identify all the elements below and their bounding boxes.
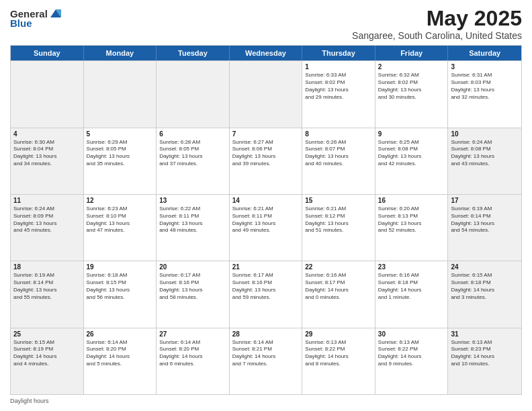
day-number: 8 xyxy=(305,130,372,138)
cell-text: Sunrise: 6:22 AM Sunset: 8:11 PM Dayligh… xyxy=(159,205,226,234)
cal-row: 11Sunrise: 6:24 AM Sunset: 8:09 PM Dayli… xyxy=(11,194,521,261)
cell-text: Sunrise: 6:19 AM Sunset: 8:14 PM Dayligh… xyxy=(451,205,519,234)
cell-text: Sunrise: 6:18 AM Sunset: 8:15 PM Dayligh… xyxy=(87,272,154,301)
cal-cell: 25Sunrise: 6:15 AM Sunset: 8:19 PM Dayli… xyxy=(11,328,84,394)
day-number: 27 xyxy=(159,330,226,338)
day-number: 10 xyxy=(451,130,519,138)
day-number: 16 xyxy=(378,197,445,204)
cell-text: Sunrise: 6:14 AM Sunset: 8:21 PM Dayligh… xyxy=(232,339,300,368)
cal-cell: 22Sunrise: 6:16 AM Sunset: 8:17 PM Dayli… xyxy=(302,261,375,327)
cell-text: Sunrise: 6:17 AM Sunset: 8:16 PM Dayligh… xyxy=(232,272,300,301)
calendar: SundayMondayTuesdayWednesdayThursdayFrid… xyxy=(10,45,522,395)
day-number: 13 xyxy=(159,197,226,204)
cell-text: Sunrise: 6:15 AM Sunset: 8:18 PM Dayligh… xyxy=(451,272,519,301)
cell-text: Sunrise: 6:25 AM Sunset: 8:08 PM Dayligh… xyxy=(378,139,445,168)
cell-text: Sunrise: 6:16 AM Sunset: 8:18 PM Dayligh… xyxy=(378,272,445,301)
cal-row: 25Sunrise: 6:15 AM Sunset: 8:19 PM Dayli… xyxy=(11,328,521,394)
day-number: 21 xyxy=(232,263,300,271)
day-number: 6 xyxy=(159,130,226,138)
day-number: 22 xyxy=(305,263,372,271)
cell-text: Sunrise: 6:23 AM Sunset: 8:10 PM Dayligh… xyxy=(87,205,154,234)
cal-cell: 3Sunrise: 6:31 AM Sunset: 8:03 PM Daylig… xyxy=(448,61,521,127)
cal-cell: 16Sunrise: 6:20 AM Sunset: 8:13 PM Dayli… xyxy=(375,195,449,261)
cal-cell: 2Sunrise: 6:32 AM Sunset: 8:02 PM Daylig… xyxy=(375,61,449,127)
day-number: 4 xyxy=(13,130,81,138)
cell-text: Sunrise: 6:24 AM Sunset: 8:08 PM Dayligh… xyxy=(451,139,519,168)
page: General Blue May 2025 Sangaree, South Ca… xyxy=(0,0,532,411)
cal-cell: 28Sunrise: 6:14 AM Sunset: 8:21 PM Dayli… xyxy=(230,328,303,394)
header: General Blue May 2025 Sangaree, South Ca… xyxy=(10,7,522,41)
cal-header-cell: Thursday xyxy=(302,46,375,60)
cell-text: Sunrise: 6:21 AM Sunset: 8:12 PM Dayligh… xyxy=(305,205,372,234)
cal-header-cell: Tuesday xyxy=(157,46,230,60)
cal-cell: 9Sunrise: 6:25 AM Sunset: 8:08 PM Daylig… xyxy=(375,128,449,194)
cal-header-cell: Friday xyxy=(375,46,449,60)
day-number: 1 xyxy=(305,63,372,71)
day-number: 20 xyxy=(159,263,226,271)
title-area: May 2025 Sangaree, South Carolina, Unite… xyxy=(352,7,522,41)
cell-text: Sunrise: 6:32 AM Sunset: 8:02 PM Dayligh… xyxy=(378,72,445,101)
day-number: 19 xyxy=(87,263,154,271)
day-number: 11 xyxy=(13,197,81,204)
cal-cell: 17Sunrise: 6:19 AM Sunset: 8:14 PM Dayli… xyxy=(448,195,521,261)
cell-text: Sunrise: 6:20 AM Sunset: 8:13 PM Dayligh… xyxy=(378,205,445,234)
day-number: 23 xyxy=(378,263,445,271)
cell-text: Sunrise: 6:13 AM Sunset: 8:22 PM Dayligh… xyxy=(305,339,372,368)
cal-cell xyxy=(84,61,157,127)
day-number: 3 xyxy=(451,63,519,71)
cell-text: Sunrise: 6:24 AM Sunset: 8:09 PM Dayligh… xyxy=(13,205,81,234)
day-number: 15 xyxy=(305,197,372,204)
cal-cell: 5Sunrise: 6:29 AM Sunset: 8:05 PM Daylig… xyxy=(84,128,157,194)
cal-cell: 18Sunrise: 6:19 AM Sunset: 8:14 PM Dayli… xyxy=(11,261,84,327)
calendar-body: 1Sunrise: 6:33 AM Sunset: 8:02 PM Daylig… xyxy=(11,60,521,394)
cal-header-cell: Sunday xyxy=(11,46,84,60)
cal-cell: 29Sunrise: 6:13 AM Sunset: 8:22 PM Dayli… xyxy=(302,328,375,394)
day-number: 18 xyxy=(13,263,81,271)
day-number: 28 xyxy=(232,330,300,338)
cell-text: Sunrise: 6:26 AM Sunset: 8:07 PM Dayligh… xyxy=(305,139,372,168)
cal-row: 4Sunrise: 6:30 AM Sunset: 8:04 PM Daylig… xyxy=(11,128,521,194)
cal-cell: 13Sunrise: 6:22 AM Sunset: 8:11 PM Dayli… xyxy=(157,195,230,261)
day-number: 14 xyxy=(232,197,300,204)
day-number: 5 xyxy=(87,130,154,138)
cell-text: Sunrise: 6:14 AM Sunset: 8:20 PM Dayligh… xyxy=(159,339,226,368)
cal-cell: 21Sunrise: 6:17 AM Sunset: 8:16 PM Dayli… xyxy=(230,261,303,327)
cell-text: Sunrise: 6:15 AM Sunset: 8:19 PM Dayligh… xyxy=(13,339,81,368)
cell-text: Sunrise: 6:16 AM Sunset: 8:17 PM Dayligh… xyxy=(305,272,372,301)
logo-text-blue: Blue xyxy=(10,17,32,29)
cal-cell: 20Sunrise: 6:17 AM Sunset: 8:16 PM Dayli… xyxy=(157,261,230,327)
cell-text: Sunrise: 6:21 AM Sunset: 8:11 PM Dayligh… xyxy=(232,205,300,234)
cal-header-cell: Saturday xyxy=(448,46,521,60)
cal-row: 1Sunrise: 6:33 AM Sunset: 8:02 PM Daylig… xyxy=(11,60,521,127)
cal-cell: 31Sunrise: 6:13 AM Sunset: 8:23 PM Dayli… xyxy=(448,328,521,394)
day-number: 17 xyxy=(451,197,519,204)
cal-cell: 8Sunrise: 6:26 AM Sunset: 8:07 PM Daylig… xyxy=(302,128,375,194)
cal-cell: 6Sunrise: 6:28 AM Sunset: 8:05 PM Daylig… xyxy=(157,128,230,194)
cal-cell xyxy=(157,61,230,127)
day-number: 9 xyxy=(378,130,445,138)
cell-text: Sunrise: 6:14 AM Sunset: 8:20 PM Dayligh… xyxy=(87,339,154,368)
cell-text: Sunrise: 6:28 AM Sunset: 8:05 PM Dayligh… xyxy=(159,139,226,168)
day-number: 7 xyxy=(232,130,300,138)
location-title: Sangaree, South Carolina, United States xyxy=(352,30,522,41)
cal-cell: 1Sunrise: 6:33 AM Sunset: 8:02 PM Daylig… xyxy=(302,61,375,127)
cell-text: Sunrise: 6:29 AM Sunset: 8:05 PM Dayligh… xyxy=(87,139,154,168)
cal-cell: 23Sunrise: 6:16 AM Sunset: 8:18 PM Dayli… xyxy=(375,261,449,327)
cell-text: Sunrise: 6:30 AM Sunset: 8:04 PM Dayligh… xyxy=(13,139,81,168)
cell-text: Sunrise: 6:13 AM Sunset: 8:23 PM Dayligh… xyxy=(451,339,519,368)
cal-cell: 4Sunrise: 6:30 AM Sunset: 8:04 PM Daylig… xyxy=(11,128,84,194)
cell-text: Sunrise: 6:19 AM Sunset: 8:14 PM Dayligh… xyxy=(13,272,81,301)
cell-text: Sunrise: 6:27 AM Sunset: 8:06 PM Dayligh… xyxy=(232,139,300,168)
footer-note: Daylight hours xyxy=(10,398,522,404)
cal-cell: 24Sunrise: 6:15 AM Sunset: 8:18 PM Dayli… xyxy=(448,261,521,327)
day-number: 26 xyxy=(87,330,154,338)
cal-cell: 7Sunrise: 6:27 AM Sunset: 8:06 PM Daylig… xyxy=(230,128,303,194)
cal-cell: 19Sunrise: 6:18 AM Sunset: 8:15 PM Dayli… xyxy=(84,261,157,327)
day-number: 25 xyxy=(13,330,81,338)
cal-cell: 15Sunrise: 6:21 AM Sunset: 8:12 PM Dayli… xyxy=(302,195,375,261)
cell-text: Sunrise: 6:33 AM Sunset: 8:02 PM Dayligh… xyxy=(305,72,372,101)
footer-label: Daylight hours xyxy=(10,398,49,404)
cal-row: 18Sunrise: 6:19 AM Sunset: 8:14 PM Dayli… xyxy=(11,261,521,327)
cal-cell: 12Sunrise: 6:23 AM Sunset: 8:10 PM Dayli… xyxy=(84,195,157,261)
logo: General Blue xyxy=(10,7,62,29)
